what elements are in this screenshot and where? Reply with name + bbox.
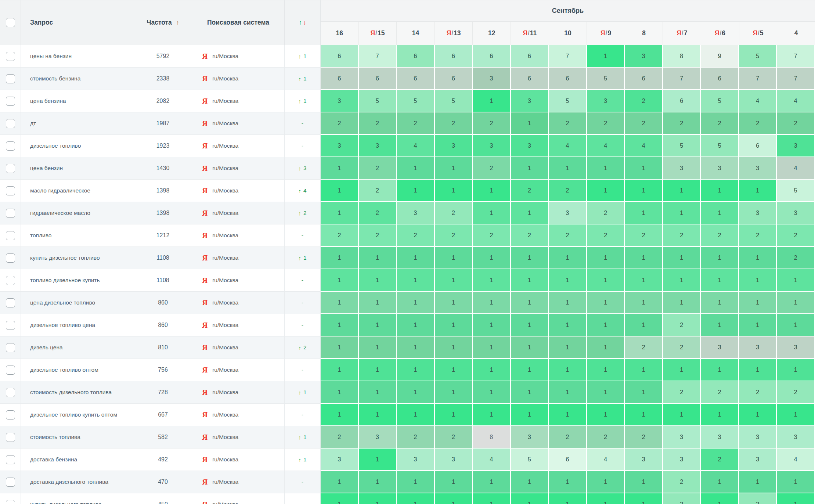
- position-cell[interactable]: 3: [777, 336, 815, 359]
- position-cell[interactable]: 1: [473, 292, 511, 314]
- position-cell[interactable]: 5: [435, 90, 473, 112]
- position-cell[interactable]: 1: [549, 471, 587, 493]
- position-cell[interactable]: 1: [397, 180, 435, 202]
- position-cell[interactable]: 4: [777, 449, 815, 471]
- position-cell[interactable]: 1: [587, 269, 625, 292]
- position-cell[interactable]: 3: [321, 449, 359, 471]
- position-cell[interactable]: 7: [777, 68, 815, 90]
- query-cell[interactable]: стоимость дизельного топлива: [21, 381, 134, 404]
- query-cell[interactable]: топливо дизельное купить: [21, 269, 134, 292]
- position-cell[interactable]: 1: [435, 359, 473, 381]
- position-cell[interactable]: 1: [359, 471, 397, 493]
- position-cell[interactable]: 2: [587, 426, 625, 449]
- position-cell[interactable]: 5: [777, 180, 815, 202]
- position-cell[interactable]: 1: [321, 269, 359, 292]
- position-cell[interactable]: 3: [663, 157, 701, 180]
- position-cell[interactable]: 3: [321, 90, 359, 112]
- position-cell[interactable]: 1: [777, 359, 815, 381]
- position-cell[interactable]: 1: [397, 157, 435, 180]
- row-checkbox[interactable]: [6, 164, 15, 173]
- date-column-header[interactable]: Я/11: [511, 22, 549, 45]
- position-cell[interactable]: 1: [511, 471, 549, 493]
- position-cell[interactable]: 1: [321, 314, 359, 336]
- position-cell[interactable]: 1: [511, 112, 549, 135]
- position-cell[interactable]: 1: [397, 269, 435, 292]
- position-cell[interactable]: 3: [777, 426, 815, 449]
- position-cell[interactable]: 2: [587, 202, 625, 224]
- position-cell[interactable]: 1: [511, 493, 549, 504]
- select-all-checkbox[interactable]: [6, 18, 15, 27]
- position-cell[interactable]: 2: [739, 493, 777, 504]
- column-header-change[interactable]: ↑ ↓: [285, 0, 321, 45]
- query-cell[interactable]: доставка дизельного топлива: [21, 471, 134, 493]
- position-cell[interactable]: 1: [549, 404, 587, 426]
- position-cell[interactable]: 4: [625, 135, 663, 157]
- position-cell[interactable]: 7: [663, 68, 701, 90]
- position-cell[interactable]: 6: [549, 449, 587, 471]
- position-cell[interactable]: 1: [473, 381, 511, 404]
- position-cell[interactable]: 3: [663, 449, 701, 471]
- position-cell[interactable]: 2: [625, 90, 663, 112]
- position-cell[interactable]: 3: [511, 135, 549, 157]
- position-cell[interactable]: 1: [549, 381, 587, 404]
- position-cell[interactable]: 1: [739, 180, 777, 202]
- position-cell[interactable]: 5: [663, 135, 701, 157]
- position-cell[interactable]: 1: [701, 180, 739, 202]
- position-cell[interactable]: 1: [625, 359, 663, 381]
- position-cell[interactable]: 1: [663, 247, 701, 269]
- position-cell[interactable]: 1: [473, 336, 511, 359]
- position-cell[interactable]: 1: [359, 449, 397, 471]
- query-cell[interactable]: цена дизельное топливо: [21, 292, 134, 314]
- position-cell[interactable]: 5: [359, 90, 397, 112]
- position-cell[interactable]: 1: [587, 45, 625, 68]
- position-cell[interactable]: 2: [587, 224, 625, 247]
- position-cell[interactable]: 6: [435, 68, 473, 90]
- position-cell[interactable]: 2: [473, 224, 511, 247]
- position-cell[interactable]: 1: [511, 359, 549, 381]
- position-cell[interactable]: 1: [511, 381, 549, 404]
- position-cell[interactable]: 1: [359, 493, 397, 504]
- position-cell[interactable]: 2: [663, 224, 701, 247]
- position-cell[interactable]: 2: [321, 224, 359, 247]
- position-cell[interactable]: 1: [701, 493, 739, 504]
- position-cell[interactable]: 1: [397, 471, 435, 493]
- date-column-header[interactable]: 4: [777, 22, 815, 45]
- position-cell[interactable]: 6: [511, 45, 549, 68]
- query-cell[interactable]: масло гидравлическое: [21, 180, 134, 202]
- position-cell[interactable]: 2: [473, 112, 511, 135]
- position-cell[interactable]: 3: [587, 90, 625, 112]
- position-cell[interactable]: 1: [663, 180, 701, 202]
- position-cell[interactable]: 3: [663, 426, 701, 449]
- date-column-header[interactable]: 12: [473, 22, 511, 45]
- position-cell[interactable]: 1: [549, 269, 587, 292]
- row-checkbox[interactable]: [6, 276, 15, 285]
- position-cell[interactable]: 1: [587, 381, 625, 404]
- position-cell[interactable]: 2: [435, 202, 473, 224]
- row-checkbox[interactable]: [6, 321, 15, 330]
- row-checkbox[interactable]: [6, 343, 15, 352]
- position-cell[interactable]: 1: [701, 359, 739, 381]
- position-cell[interactable]: 1: [321, 180, 359, 202]
- row-checkbox[interactable]: [6, 209, 15, 218]
- position-cell[interactable]: 1: [777, 471, 815, 493]
- query-cell[interactable]: доставка бензина: [21, 449, 134, 471]
- position-cell[interactable]: 3: [701, 426, 739, 449]
- position-cell[interactable]: 1: [397, 404, 435, 426]
- position-cell[interactable]: 6: [663, 90, 701, 112]
- row-checkbox[interactable]: [6, 388, 15, 397]
- query-cell[interactable]: стоимость топлива: [21, 426, 134, 449]
- position-cell[interactable]: 1: [435, 269, 473, 292]
- date-column-header[interactable]: Я/9: [587, 22, 625, 45]
- position-cell[interactable]: 1: [777, 269, 815, 292]
- position-cell[interactable]: 2: [663, 493, 701, 504]
- position-cell[interactable]: 3: [777, 202, 815, 224]
- position-cell[interactable]: 1: [625, 180, 663, 202]
- position-cell[interactable]: 2: [359, 180, 397, 202]
- row-checkbox[interactable]: [6, 298, 15, 307]
- position-cell[interactable]: 4: [549, 135, 587, 157]
- position-cell[interactable]: 1: [587, 359, 625, 381]
- position-cell[interactable]: 1: [777, 314, 815, 336]
- query-cell[interactable]: дизельное топливо купить оптом: [21, 404, 134, 426]
- position-cell[interactable]: 3: [625, 45, 663, 68]
- position-cell[interactable]: 2: [587, 112, 625, 135]
